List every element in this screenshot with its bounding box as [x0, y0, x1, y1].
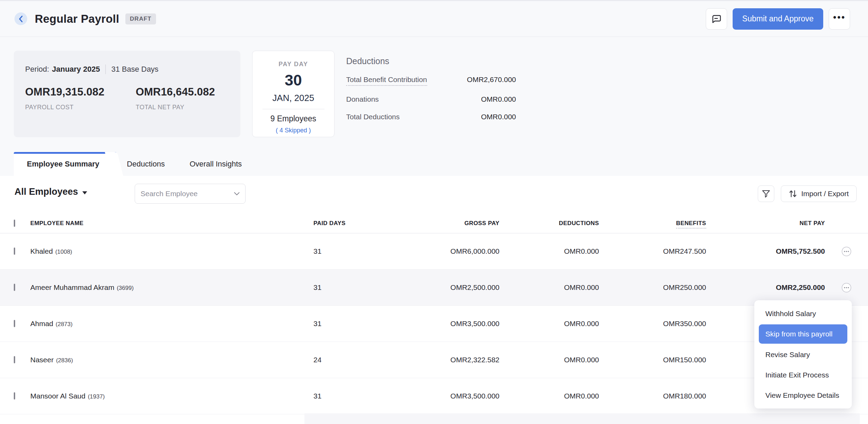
tab-employee-summary[interactable]: Employee Summary: [14, 152, 114, 176]
row-checkbox[interactable]: [14, 284, 15, 291]
more-actions-button[interactable]: •••: [829, 8, 850, 30]
table-header: EMPLOYEE NAME PAID DAYS GROSS PAY DEDUCT…: [0, 213, 868, 233]
donations-value: OMR0.000: [481, 95, 516, 103]
table-row[interactable]: Ahmad(2873) 31 OMR3,500.000 OMR0.000 OMR…: [0, 306, 868, 342]
totals-row-partial: [304, 413, 860, 424]
payroll-cost-block: OMR19,315.082 PAYROLL COST: [25, 86, 136, 111]
deductions-panel: Deductions Total Benefit Contribution OM…: [346, 56, 516, 121]
table-toolbar: All Employees: [0, 184, 868, 204]
table-row[interactable]: Khaled(1008) 31 OMR6,000.000 OMR0.000 OM…: [0, 233, 868, 270]
row-checkbox[interactable]: [14, 248, 15, 255]
search-employee-combobox[interactable]: [135, 184, 246, 204]
payroll-cost-label: PAYROLL COST: [25, 104, 136, 111]
tab-overall-insights[interactable]: Overall Insights: [177, 152, 254, 176]
payday-day: 30: [252, 71, 334, 89]
row-context-menu: Withhold Salary Skip from this payroll R…: [754, 300, 852, 408]
menu-item-withhold-salary[interactable]: Withhold Salary: [759, 303, 847, 324]
comment-icon: [711, 14, 722, 24]
deduction-row: Total Deductions OMR0.000: [346, 113, 516, 121]
deduction-row: Total Benefit Contribution OMR2,670.000: [346, 75, 516, 86]
divider: [262, 109, 324, 109]
ellipsis-circle-icon: [841, 283, 851, 293]
caret-down-icon: [82, 191, 87, 194]
period-value: January 2025: [52, 65, 100, 74]
total-net-pay-label: TOTAL NET PAY: [136, 104, 246, 111]
total-net-pay-amount: OMR16,645.082: [136, 86, 246, 98]
row-actions-button[interactable]: [841, 283, 851, 293]
employee-filter-label: All Employees: [14, 186, 78, 197]
import-export-arrows-icon: [789, 189, 797, 198]
base-days: 31 Base Days: [111, 65, 158, 74]
col-deductions: DEDUCTIONS: [499, 220, 599, 227]
chevron-down-icon: [234, 192, 240, 196]
filter-funnel-icon: [762, 189, 771, 198]
tab-bar: Employee Summary Deductions Overall Insi…: [14, 152, 254, 176]
skipped-count-link[interactable]: ( 4 Skipped ): [252, 127, 334, 134]
employee-count: 9 Employees: [252, 114, 334, 123]
header: Regular Payroll DRAFT Submit and Approve…: [0, 1, 868, 37]
back-button[interactable]: [14, 12, 27, 25]
table-body: Khaled(1008) 31 OMR6,000.000 OMR0.000 OM…: [0, 233, 868, 414]
payroll-run-page: Regular Payroll DRAFT Submit and Approve…: [0, 0, 868, 424]
page-title: Regular Payroll: [35, 12, 119, 26]
col-employee-name: EMPLOYEE NAME: [30, 220, 313, 227]
donations-label: Donations: [346, 95, 379, 103]
payroll-cost-amount: OMR19,315.082: [25, 86, 136, 98]
comments-button[interactable]: [706, 8, 727, 30]
total-deductions-label: Total Deductions: [346, 113, 400, 121]
select-all-checkbox[interactable]: [14, 220, 15, 227]
payday-card: PAY DAY 30 JAN, 2025 9 Employees ( 4 Ski…: [252, 51, 334, 137]
tab-content: All Employees: [0, 176, 868, 424]
menu-item-revise-salary[interactable]: Revise Salary: [759, 344, 847, 365]
chevron-left-icon: [18, 15, 24, 23]
period-label: Period:: [25, 65, 49, 74]
table-row-active[interactable]: Ameer Muhammad Akram(3699) 31 OMR2,500.0…: [0, 270, 868, 306]
import-export-label: Import / Export: [801, 190, 849, 198]
filter-button[interactable]: [758, 185, 774, 202]
total-net-pay-block: OMR16,645.082 TOTAL NET PAY: [136, 86, 246, 111]
payday-label: PAY DAY: [252, 61, 334, 68]
employee-filter-dropdown[interactable]: All Employees: [14, 186, 87, 197]
col-net-pay: NET PAY: [706, 220, 825, 227]
total-benefit-contribution-value: OMR2,670.000: [467, 75, 516, 84]
table-row[interactable]: Mansoor Al Saud(1937) 31 OMR3,500.000 OM…: [0, 378, 868, 414]
menu-item-skip-from-payroll[interactable]: Skip from this payroll: [759, 324, 847, 344]
submit-and-approve-button[interactable]: Submit and Approve: [733, 8, 823, 30]
import-export-button[interactable]: Import / Export: [781, 185, 857, 202]
status-badge: DRAFT: [125, 13, 156, 24]
deductions-title: Deductions: [346, 56, 516, 66]
table-row[interactable]: Naseer(2836) 24 OMR2,322.582 OMR0.000 OM…: [0, 342, 868, 378]
col-benefits: BENEFITS: [599, 220, 706, 227]
tab-deductions[interactable]: Deductions: [114, 152, 177, 176]
divider: [105, 64, 106, 74]
menu-item-view-employee-details[interactable]: View Employee Details: [759, 385, 847, 405]
row-actions-button[interactable]: [841, 246, 851, 256]
total-deductions-value: OMR0.000: [481, 113, 516, 121]
ellipsis-circle-icon: [841, 246, 851, 256]
row-checkbox[interactable]: [14, 392, 15, 400]
search-employee-input[interactable]: [141, 190, 234, 198]
col-paid-days: PAID DAYS: [313, 220, 396, 227]
row-checkbox[interactable]: [14, 320, 15, 327]
period-line: Period: January 2025 31 Base Days: [25, 64, 158, 74]
payday-month-year: JAN, 2025: [252, 93, 334, 103]
row-checkbox[interactable]: [14, 356, 15, 363]
col-gross-pay: GROSS PAY: [396, 220, 499, 227]
menu-item-initiate-exit-process[interactable]: Initiate Exit Process: [759, 365, 847, 385]
period-summary-card: Period: January 2025 31 Base Days OMR19,…: [14, 51, 240, 137]
deduction-row: Donations OMR0.000: [346, 95, 516, 103]
total-benefit-contribution-label[interactable]: Total Benefit Contribution: [346, 75, 427, 86]
ellipsis-icon: •••: [833, 13, 846, 25]
